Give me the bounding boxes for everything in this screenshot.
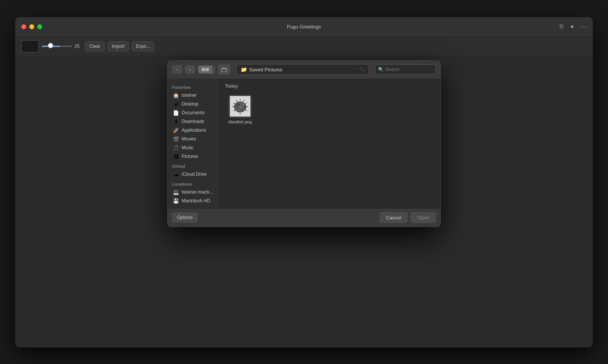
icloud-icon: ☁: [173, 172, 179, 177]
sidebar-label-icloud-drive: iCloud Drive: [182, 172, 206, 177]
sidebar-item-desktop[interactable]: 🖥 Desktop: [169, 100, 217, 109]
svg-point-18: [237, 105, 238, 106]
sidebar-label-tsteiner-macb: tsteiner-macb...: [182, 189, 213, 195]
svg-point-16: [244, 106, 246, 108]
app-toolbar: 25 Clear Import Expo...: [15, 37, 593, 57]
folder-up-button[interactable]: [218, 65, 230, 74]
sidebar-label-pictures: Pictures: [182, 154, 198, 159]
disk-icon: 💾: [173, 198, 179, 204]
main-area: ‹ › ⊞⊞ | 📁 Saved Pictures ⌃⌄: [15, 57, 593, 347]
icon-view-button[interactable]: ⊞⊞: [198, 66, 212, 73]
sidebar-label-downloads: Downloads: [182, 119, 204, 124]
svg-point-19: [239, 104, 240, 105]
svg-point-14: [241, 104, 243, 106]
sidebar-label-desktop: Desktop: [182, 101, 198, 107]
dialog-footer-actions: Cancel Open: [380, 212, 436, 223]
blowfish-image: [230, 96, 250, 117]
downloads-icon: ⬇: [173, 119, 179, 124]
document-icon[interactable]: ⎘: [560, 23, 564, 30]
sidebar-item-icloud-drive[interactable]: ☁ iCloud Drive: [169, 170, 217, 179]
computer-icon: 💻: [173, 189, 179, 195]
file-item-blowfish[interactable]: blowfish.png: [225, 93, 255, 126]
desktop-icon: 🖥: [173, 101, 179, 107]
file-open-dialog: ‹ › ⊞⊞ | 📁 Saved Pictures ⌃⌄: [167, 60, 441, 227]
sidebar-item-macintosh-hd[interactable]: 💾 Macintosh HD: [169, 197, 217, 205]
sidebar-item-tsteiner[interactable]: 🏠 tsteiner: [169, 91, 217, 100]
title-bar: Fugu Greetings ⎘ ✦ ⋯: [15, 17, 593, 37]
dialog-sidebar: Favorites 🏠 tsteiner 🖥 Desktop 📄 Documen…: [168, 79, 219, 208]
documents-icon: 📄: [173, 110, 179, 116]
window-title: Fugu Greetings: [287, 24, 321, 30]
svg-rect-0: [222, 68, 227, 72]
more-options-icon[interactable]: ⋯: [581, 23, 587, 30]
import-button[interactable]: Import: [108, 41, 129, 51]
title-bar-actions: ⎘ ✦ ⋯: [560, 23, 587, 30]
icloud-section-label: iCloud: [168, 161, 218, 170]
dialog-footer: Options Cancel Open: [168, 208, 440, 227]
extensions-icon[interactable]: ✦: [570, 23, 575, 30]
traffic-lights: [21, 24, 42, 29]
svg-point-15: [242, 104, 243, 105]
applications-icon: 🚀: [173, 128, 179, 133]
location-name: Saved Pictures: [249, 67, 359, 72]
open-button[interactable]: Open: [411, 212, 436, 223]
sidebar-item-tsteiner-macb[interactable]: 💻 tsteiner-macb...: [169, 188, 217, 197]
brush-size-value: 25: [74, 44, 82, 49]
sidebar-label-documents: Documents: [182, 110, 205, 115]
sidebar-label-macintosh-hd: Macintosh HD: [182, 198, 210, 203]
svg-point-21: [240, 108, 241, 109]
maximize-button[interactable]: [37, 24, 42, 29]
file-thumbnail: [229, 95, 252, 118]
view-toggle: ⊞⊞ |: [198, 65, 215, 74]
file-grid: blowfish.png: [225, 93, 434, 126]
sidebar-label-tsteiner: tsteiner: [182, 93, 196, 98]
dialog-body: Favorites 🏠 tsteiner 🖥 Desktop 📄 Documen…: [168, 79, 440, 208]
search-wrapper: 🔍: [375, 65, 436, 74]
music-icon: 🎵: [173, 145, 179, 151]
close-button[interactable]: [21, 24, 26, 29]
location-dropdown[interactable]: 📁 Saved Pictures ⌃⌄: [236, 64, 369, 75]
pictures-icon: 🖼: [173, 154, 179, 159]
sidebar-item-downloads[interactable]: ⬇ Downloads: [169, 117, 217, 126]
sidebar-label-music: Music: [182, 145, 193, 150]
sidebar-item-music[interactable]: 🎵 Music: [169, 143, 217, 152]
sidebar-item-applications[interactable]: 🚀 Applications: [169, 126, 217, 135]
mac-window: Fugu Greetings ⎘ ✦ ⋯ 25 Clear Import Exp…: [15, 17, 593, 347]
dropdown-chevron-icon: ⌃⌄: [359, 68, 365, 72]
favorites-section-label: Favorites: [168, 82, 218, 91]
movies-icon: 🎬: [173, 136, 179, 142]
cancel-button[interactable]: Cancel: [380, 212, 408, 223]
canvas-preview: [21, 40, 39, 52]
file-name-label: blowfish.png: [228, 120, 252, 124]
sidebar-item-movies[interactable]: 🎬 Movies: [169, 135, 217, 143]
sidebar-item-documents[interactable]: 📄 Documents: [169, 109, 217, 117]
svg-point-20: [238, 107, 239, 109]
folder-icon: 📁: [241, 66, 247, 72]
nav-forward-button[interactable]: ›: [185, 65, 195, 74]
dialog-toolbar: ‹ › ⊞⊞ | 📁 Saved Pictures ⌃⌄: [168, 61, 440, 79]
search-input[interactable]: [375, 65, 436, 74]
dialog-main-area: Today: [219, 79, 440, 208]
brush-size-slider[interactable]: [42, 46, 72, 47]
nav-back-button[interactable]: ‹: [172, 65, 182, 74]
minimize-button[interactable]: [29, 24, 34, 29]
date-group-today: Today: [225, 84, 434, 89]
svg-point-22: [236, 107, 238, 109]
options-button[interactable]: Options: [172, 213, 198, 222]
brush-size-control: 25: [42, 44, 82, 49]
locations-section-label: Locations: [168, 179, 218, 188]
sidebar-label-movies: Movies: [182, 136, 196, 142]
sidebar-label-applications: Applications: [182, 128, 206, 133]
home-icon: 🏠: [173, 93, 179, 98]
clear-button[interactable]: Clear: [85, 41, 104, 51]
export-button[interactable]: Expo...: [132, 41, 154, 51]
sidebar-item-pictures[interactable]: 🖼 Pictures: [169, 152, 217, 161]
